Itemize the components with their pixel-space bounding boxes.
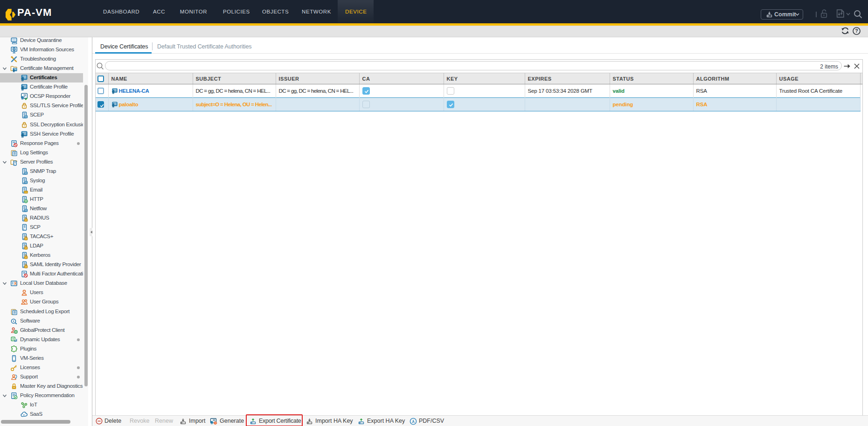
svg-text:?: ? [855, 28, 858, 34]
